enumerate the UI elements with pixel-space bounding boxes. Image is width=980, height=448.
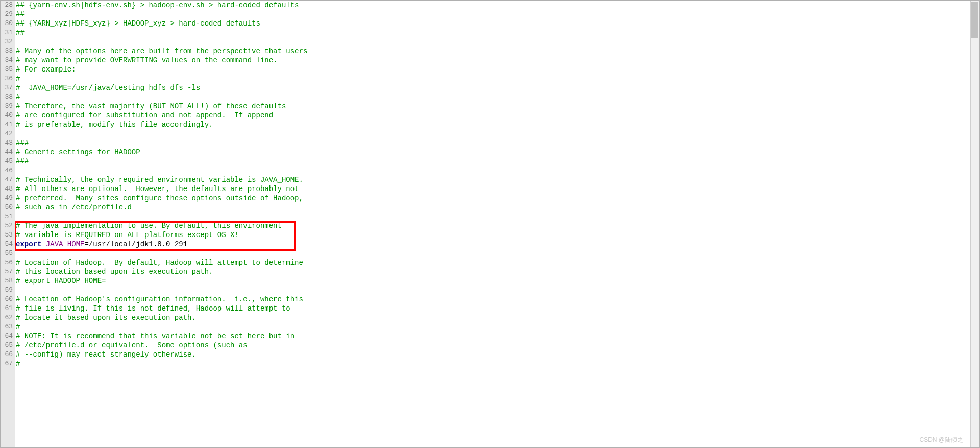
code-line[interactable]: #	[15, 92, 979, 102]
code-token: # JAVA_HOME=/usr/java/testing hdfs dfs -…	[16, 84, 200, 92]
line-number: 59	[2, 286, 13, 295]
code-line[interactable]: # Generic settings for HADOOP	[15, 148, 979, 157]
code-token: # this location based upon its execution…	[16, 268, 213, 276]
code-line[interactable]: # are configured for substitution and no…	[15, 111, 979, 120]
code-line[interactable]: # Technically, the only required environ…	[15, 175, 979, 184]
code-token: # is preferable, modify this file accord…	[16, 121, 213, 129]
code-token: # For example:	[16, 65, 76, 74]
line-number: 65	[2, 341, 13, 350]
code-line[interactable]: # this location based upon its execution…	[15, 267, 979, 276]
code-token: # NOTE: It is recommend that this variab…	[16, 332, 295, 340]
code-token: # /etc/profile.d or equivalent. Some opt…	[16, 341, 248, 349]
code-content-area[interactable]: ## {yarn-env.sh|hdfs-env.sh} > hadoop-en…	[15, 1, 979, 447]
code-line[interactable]: #	[15, 322, 979, 332]
line-number: 64	[2, 332, 13, 341]
line-number: 36	[2, 74, 13, 83]
code-token: export	[16, 240, 41, 248]
line-number: 56	[2, 258, 13, 267]
code-token: # All others are optional. However, the …	[16, 185, 299, 193]
code-line[interactable]: # such as in /etc/profile.d	[15, 203, 979, 212]
code-token: ###	[16, 157, 29, 166]
code-line[interactable]: export JAVA_HOME=/usr/local/jdk1.8.0_291	[15, 240, 979, 249]
code-token: # Technically, the only required environ…	[16, 176, 303, 184]
line-number: 29	[2, 10, 13, 19]
code-line[interactable]: # Therefore, the vast majority (BUT NOT …	[15, 102, 979, 111]
code-line[interactable]: ## {YARN_xyz|HDFS_xyz} > HADOOP_xyz > ha…	[15, 19, 979, 28]
code-line[interactable]: ###	[15, 138, 979, 148]
code-line[interactable]: # file is living. If this is not defined…	[15, 304, 979, 313]
code-token: # variable is REQUIRED on ALL platforms …	[16, 231, 239, 239]
code-token: #	[16, 360, 20, 368]
code-line[interactable]: # The java implementation to use. By def…	[15, 221, 979, 230]
line-number: 60	[2, 295, 13, 304]
code-line[interactable]: # locate it based upon its execution pat…	[15, 313, 979, 322]
line-number: 38	[2, 92, 13, 102]
line-number-gutter: 2829303132333435363738394041424344454647…	[1, 1, 15, 447]
line-number: 48	[2, 184, 13, 194]
scrollbar-track[interactable]	[970, 1, 979, 447]
code-token: #	[16, 323, 20, 331]
code-token	[41, 240, 45, 248]
code-token: # export HADOOP_HOME=	[16, 277, 106, 285]
line-number: 40	[2, 111, 13, 120]
line-number: 41	[2, 120, 13, 129]
line-number: 62	[2, 313, 13, 322]
code-token: ##	[16, 29, 24, 37]
code-line[interactable]: # JAVA_HOME=/usr/java/testing hdfs dfs -…	[15, 83, 979, 92]
line-number: 46	[2, 166, 13, 175]
code-token: # file is living. If this is not defined…	[16, 304, 290, 313]
code-line[interactable]: # variable is REQUIRED on ALL platforms …	[15, 230, 979, 240]
code-line[interactable]: ## {yarn-env.sh|hdfs-env.sh} > hadoop-en…	[15, 1, 979, 10]
code-line[interactable]: # Location of Hadoop. By default, Hadoop…	[15, 258, 979, 267]
code-line[interactable]: #	[15, 74, 979, 83]
line-number: 58	[2, 276, 13, 286]
line-number: 51	[2, 212, 13, 221]
code-token: ###	[16, 139, 29, 147]
code-line[interactable]: # may want to provide OVERWRITING values…	[15, 56, 979, 65]
line-number: 63	[2, 322, 13, 332]
code-token: # Many of the options here are built fro…	[16, 47, 307, 55]
line-number: 49	[2, 194, 13, 203]
code-line[interactable]: #	[15, 359, 979, 368]
code-token: # locate it based upon its execution pat…	[16, 314, 196, 322]
code-line[interactable]	[15, 129, 979, 138]
code-line[interactable]	[15, 212, 979, 221]
code-line[interactable]: ###	[15, 157, 979, 166]
code-line[interactable]: # All others are optional. However, the …	[15, 184, 979, 194]
code-line[interactable]: ##	[15, 28, 979, 37]
line-number: 34	[2, 56, 13, 65]
line-number: 39	[2, 102, 13, 111]
code-line[interactable]: # preferred. Many sites configure these …	[15, 194, 979, 203]
code-line[interactable]	[15, 249, 979, 258]
line-number: 47	[2, 175, 13, 184]
code-line[interactable]	[15, 166, 979, 175]
code-line[interactable]: # Many of the options here are built fro…	[15, 46, 979, 56]
code-line[interactable]: # --config) may react strangely otherwis…	[15, 350, 979, 359]
line-number: 66	[2, 350, 13, 359]
code-line[interactable]: # /etc/profile.d or equivalent. Some opt…	[15, 341, 979, 350]
code-token: # may want to provide OVERWRITING values…	[16, 56, 277, 64]
code-line[interactable]: # NOTE: It is recommend that this variab…	[15, 332, 979, 341]
code-line[interactable]: ##	[15, 10, 979, 19]
code-token: # Therefore, the vast majority (BUT NOT …	[16, 102, 286, 110]
line-number: 37	[2, 83, 13, 92]
code-token: #	[16, 93, 20, 101]
code-line[interactable]: # Location of Hadoop's configuration inf…	[15, 295, 979, 304]
code-token: # are configured for substitution and no…	[16, 111, 273, 120]
code-line[interactable]: # export HADOOP_HOME=	[15, 276, 979, 286]
code-editor: 2829303132333435363738394041424344454647…	[0, 0, 980, 448]
code-token: JAVA_HOME	[46, 240, 85, 248]
code-line[interactable]	[15, 37, 979, 46]
line-number: 61	[2, 304, 13, 313]
code-line[interactable]	[15, 286, 979, 295]
line-number: 42	[2, 129, 13, 138]
scrollbar-thumb[interactable]	[971, 2, 978, 38]
code-line[interactable]: # is preferable, modify this file accord…	[15, 120, 979, 129]
code-token: ## {yarn-env.sh|hdfs-env.sh} > hadoop-en…	[16, 1, 299, 9]
code-token: # Location of Hadoop. By default, Hadoop…	[16, 258, 303, 267]
line-number: 55	[2, 249, 13, 258]
line-number: 30	[2, 19, 13, 28]
code-token: ## {YARN_xyz|HDFS_xyz} > HADOOP_xyz > ha…	[16, 19, 260, 28]
code-line[interactable]: # For example:	[15, 65, 979, 74]
line-number: 33	[2, 46, 13, 56]
